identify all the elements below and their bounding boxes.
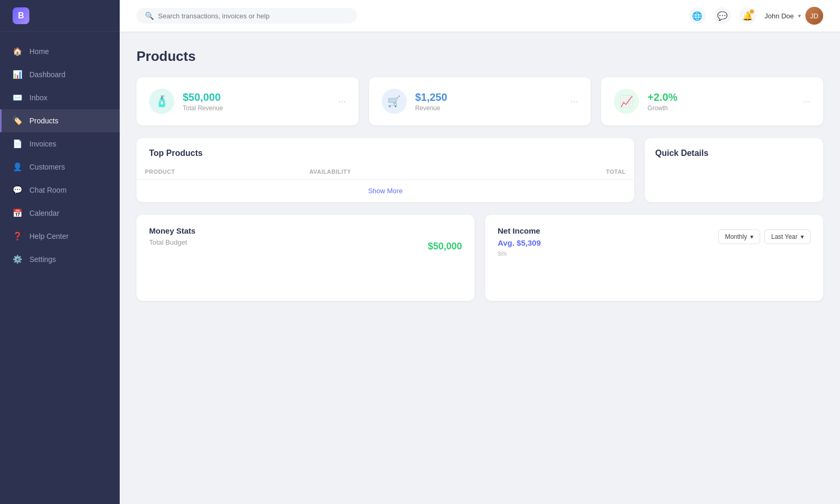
stat-value-total-revenue: $50,000 [183, 91, 330, 103]
stat-more-revenue[interactable]: ··· [570, 96, 578, 107]
stat-card-total-revenue: 🧴 $50,000 Total Revenue ··· [136, 77, 359, 125]
sidebar-label-chatroom: Chat Room [29, 186, 67, 194]
chatroom-icon: 💬 [13, 185, 23, 195]
show-more-button[interactable]: Show More [136, 180, 634, 202]
stat-label-total-revenue: Total Revenue [183, 104, 330, 112]
customers-icon: 👤 [13, 162, 23, 172]
search-input[interactable] [158, 12, 349, 20]
money-stats-sub: Total Budget [149, 238, 187, 246]
user-name: John Doe [764, 12, 794, 20]
sidebar-item-inbox[interactable]: ✉️Inbox [0, 86, 120, 109]
sidebar-label-calendar: Calendar [29, 209, 59, 217]
sidebar-label-helpcenter: Help Center [29, 232, 69, 240]
monthly-dropdown[interactable]: Monthly ▾ [718, 229, 760, 244]
net-income-dropdowns: Monthly ▾ Last Year ▾ [718, 229, 811, 244]
money-stats-title: Money Stats [149, 226, 462, 235]
sidebar-label-dashboard: Dashboard [29, 70, 66, 79]
settings-icon: ⚙️ [13, 255, 23, 264]
sidebar-label-products: Products [29, 117, 58, 125]
sidebar-item-products[interactable]: 🏷️Products [0, 109, 120, 132]
net-income-card: Net Income Avg. $5,309 Monthly ▾ Last Ye… [485, 215, 823, 301]
home-icon: 🏠 [13, 47, 23, 56]
quick-details-title: Quick Details [655, 149, 813, 158]
quick-details-card: Quick Details [645, 138, 823, 202]
sidebar-label-invoices: Invoices [29, 140, 56, 148]
stat-label-revenue: Revenue [415, 104, 562, 112]
products-table: PRODUCT AVAILABILITY TOTAL [136, 164, 634, 180]
net-income-chart [498, 263, 811, 289]
inbox-icon: ✉️ [13, 93, 23, 102]
bottom-row: Money Stats Total Budget $50,000 Net Inc… [136, 215, 823, 301]
sidebar-logo: B [0, 0, 120, 32]
stat-card-revenue: 🛒 $1,250 Revenue ··· [369, 77, 591, 125]
notification-icon[interactable]: 🔔 [739, 7, 756, 24]
stat-icon-revenue: 🛒 [382, 89, 407, 114]
sidebar-item-calendar[interactable]: 📅Calendar [0, 202, 120, 225]
col-total: TOTAL [506, 164, 634, 180]
stat-value-growth: +2.0% [647, 91, 794, 103]
sidebar-label-inbox: Inbox [29, 93, 47, 102]
search-icon: 🔍 [145, 12, 154, 20]
sidebar-item-home[interactable]: 🏠Home [0, 40, 120, 63]
main-area: 🔍 🌐 💬 🔔 John Doe ▾ JD Products 🧴 $50,000 [120, 0, 840, 504]
sidebar-label-settings: Settings [29, 255, 56, 264]
dashboard-icon: 📊 [13, 70, 23, 79]
search-bar[interactable]: 🔍 [136, 8, 357, 24]
sidebar-item-dashboard[interactable]: 📊Dashboard [0, 63, 120, 86]
sidebar-item-chatroom[interactable]: 💬Chat Room [0, 178, 120, 202]
quick-details-section: Quick Details [645, 138, 823, 173]
monthly-label: Monthly [725, 233, 747, 240]
sidebar-item-helpcenter[interactable]: ❓Help Center [0, 225, 120, 248]
stat-icon-growth: 📈 [614, 89, 639, 114]
page-title: Products [136, 48, 823, 65]
globe-icon[interactable]: 🌐 [689, 7, 706, 24]
notification-dot [750, 9, 754, 14]
chevron-down-icon: ▾ [798, 13, 801, 19]
stat-icon-total-revenue: 🧴 [149, 89, 174, 114]
sidebar: B 🏠Home📊Dashboard✉️Inbox🏷️Products📄Invoi… [0, 0, 120, 504]
col-availability: AVAILABILITY [301, 164, 506, 180]
stat-info-growth: +2.0% Growth [647, 91, 794, 112]
stat-info-revenue: $1,250 Revenue [415, 91, 562, 112]
net-income-ylabel: $8k [498, 250, 811, 257]
money-stats-total: $50,000 [428, 241, 462, 252]
stat-card-growth: 📈 +2.0% Growth ··· [601, 77, 823, 125]
sidebar-label-customers: Customers [29, 163, 65, 171]
user-avatar: JD [805, 7, 823, 25]
last-year-label: Last Year [771, 233, 797, 240]
net-income-avg: Avg. $5,309 [498, 238, 541, 247]
calendar-icon: 📅 [13, 208, 23, 218]
chevron-icon-2: ▾ [801, 233, 804, 240]
topbar: 🔍 🌐 💬 🔔 John Doe ▾ JD [120, 0, 840, 32]
stats-row: 🧴 $50,000 Total Revenue ··· 🛒 $1,250 Rev… [136, 77, 823, 125]
top-products-card: Top Products PRODUCT AVAILABILITY TOTAL … [136, 138, 634, 202]
chevron-icon: ▾ [750, 233, 753, 240]
content-area: Products 🧴 $50,000 Total Revenue ··· 🛒 $… [120, 32, 840, 504]
stat-info-total-revenue: $50,000 Total Revenue [183, 91, 330, 112]
money-chart [149, 261, 462, 287]
sidebar-nav: 🏠Home📊Dashboard✉️Inbox🏷️Products📄Invoice… [0, 32, 120, 504]
helpcenter-icon: ❓ [13, 232, 23, 241]
user-info[interactable]: John Doe ▾ JD [764, 7, 823, 25]
logo-icon: B [13, 7, 29, 24]
sidebar-item-customers[interactable]: 👤Customers [0, 155, 120, 178]
net-income-title: Net Income [498, 226, 541, 235]
top-products-title: Top Products [136, 138, 634, 164]
stat-more-total-revenue[interactable]: ··· [338, 96, 346, 107]
topbar-right: 🌐 💬 🔔 John Doe ▾ JD [689, 7, 823, 25]
stat-label-growth: Growth [647, 104, 794, 112]
last-year-dropdown[interactable]: Last Year ▾ [764, 229, 811, 244]
stat-value-revenue: $1,250 [415, 91, 562, 103]
money-stats-card: Money Stats Total Budget $50,000 [136, 215, 475, 301]
col-product: PRODUCT [136, 164, 301, 180]
chat-icon[interactable]: 💬 [714, 7, 731, 24]
sidebar-label-home: Home [29, 47, 49, 56]
products-icon: 🏷️ [13, 116, 23, 125]
stat-more-growth[interactable]: ··· [803, 96, 811, 107]
sidebar-item-invoices[interactable]: 📄Invoices [0, 132, 120, 155]
mid-row: Top Products PRODUCT AVAILABILITY TOTAL … [136, 138, 823, 202]
invoices-icon: 📄 [13, 139, 23, 149]
sidebar-item-settings[interactable]: ⚙️Settings [0, 248, 120, 271]
